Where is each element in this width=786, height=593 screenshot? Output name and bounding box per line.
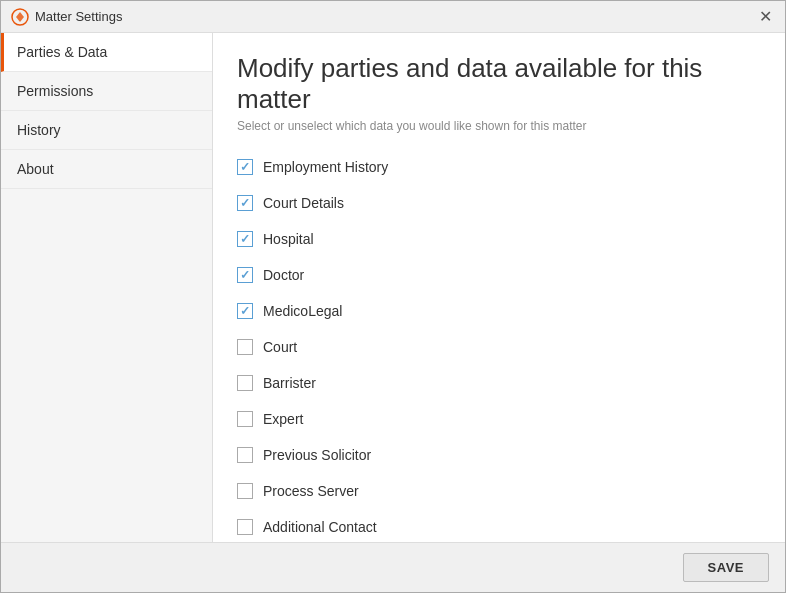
checkbox-hospital[interactable] [237,231,253,247]
main-content: Parties & Data Permissions History About… [1,33,785,542]
checkbox-label-hospital: Hospital [263,231,314,247]
check-item-additional-contact[interactable]: Additional Contact [213,509,785,542]
checkbox-label-expert: Expert [263,411,303,427]
sidebar-item-permissions[interactable]: Permissions [1,72,212,111]
check-item-employment-history[interactable]: Employment History [213,149,785,185]
checkbox-expert[interactable] [237,411,253,427]
check-item-previous-solicitor[interactable]: Previous Solicitor [213,437,785,473]
title-bar: Matter Settings ✕ [1,1,785,33]
sidebar: Parties & Data Permissions History About [1,33,213,542]
check-item-expert[interactable]: Expert [213,401,785,437]
checkbox-label-doctor: Doctor [263,267,304,283]
checkbox-additional-contact[interactable] [237,519,253,535]
checkbox-medico-legal[interactable] [237,303,253,319]
content-title: Modify parties and data available for th… [237,53,761,115]
checkbox-process-server[interactable] [237,483,253,499]
checkbox-previous-solicitor[interactable] [237,447,253,463]
app-icon [11,8,29,26]
checkbox-employment-history[interactable] [237,159,253,175]
content-area: Modify parties and data available for th… [213,33,785,542]
save-button[interactable]: SAVE [683,553,769,582]
check-item-hospital[interactable]: Hospital [213,221,785,257]
check-item-medico-legal[interactable]: MedicoLegal [213,293,785,329]
title-bar-left: Matter Settings [11,8,122,26]
checkbox-list[interactable]: Employment HistoryCourt DetailsHospitalD… [213,141,785,542]
checkbox-label-medico-legal: MedicoLegal [263,303,342,319]
sidebar-item-parties-data[interactable]: Parties & Data [1,33,212,72]
check-item-process-server[interactable]: Process Server [213,473,785,509]
checkbox-barrister[interactable] [237,375,253,391]
check-item-barrister[interactable]: Barrister [213,365,785,401]
checkbox-court-details[interactable] [237,195,253,211]
content-subtitle: Select or unselect which data you would … [237,119,761,133]
checkbox-doctor[interactable] [237,267,253,283]
checkbox-court[interactable] [237,339,253,355]
content-header: Modify parties and data available for th… [213,33,785,141]
checkbox-label-court-details: Court Details [263,195,344,211]
check-item-court-details[interactable]: Court Details [213,185,785,221]
sidebar-item-about[interactable]: About [1,150,212,189]
check-item-doctor[interactable]: Doctor [213,257,785,293]
window-title: Matter Settings [35,9,122,24]
sidebar-item-label: History [17,122,61,138]
sidebar-item-label: Parties & Data [17,44,107,60]
sidebar-item-history[interactable]: History [1,111,212,150]
sidebar-item-label: About [17,161,54,177]
checkbox-label-court: Court [263,339,297,355]
checkbox-label-employment-history: Employment History [263,159,388,175]
checkbox-label-additional-contact: Additional Contact [263,519,377,535]
checkbox-label-previous-solicitor: Previous Solicitor [263,447,371,463]
footer: SAVE [1,542,785,592]
sidebar-item-label: Permissions [17,83,93,99]
checkbox-label-barrister: Barrister [263,375,316,391]
checkbox-label-process-server: Process Server [263,483,359,499]
close-button[interactable]: ✕ [755,7,775,27]
matter-settings-window: Matter Settings ✕ Parties & Data Permiss… [0,0,786,593]
check-item-court[interactable]: Court [213,329,785,365]
